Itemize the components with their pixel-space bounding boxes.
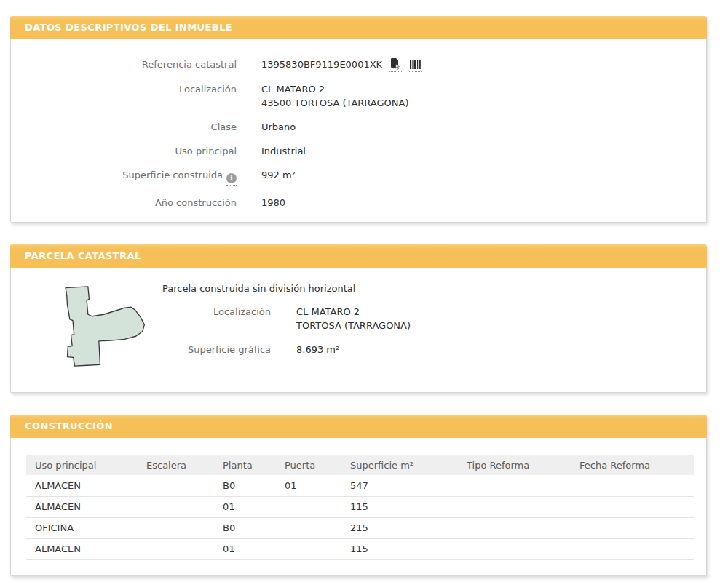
cell-tipo-reforma xyxy=(458,517,571,538)
section-title: CONSTRUCCIÓN xyxy=(25,420,113,431)
field-value: Urbano xyxy=(261,120,296,134)
catastro-property-page: DATOS DESCRIPTIVOS DEL INMUEBLE Referenc… xyxy=(0,0,728,576)
construccion-body: Uso principal Escalera Planta Puerta Sup… xyxy=(10,438,707,576)
field-value: 8.693 m² xyxy=(296,343,339,356)
cell-superficie: 115 xyxy=(341,496,458,517)
table-row: OFICINA B0 215 xyxy=(26,517,694,538)
field-label: Uso principal xyxy=(11,144,237,158)
cell-planta: B0 xyxy=(214,475,276,496)
cell-escalera xyxy=(138,538,214,559)
cell-planta: B0 xyxy=(214,517,276,538)
section-header-construccion: CONSTRUCCIÓN xyxy=(10,415,707,438)
field-value: 1980 xyxy=(261,196,285,210)
section-header-datos: DATOS DESCRIPTIVOS DEL INMUEBLE xyxy=(10,16,707,39)
field-label: Referencia catastral xyxy=(11,57,237,72)
cell-uso: ALMACEN xyxy=(26,496,138,517)
cell-fecha-reforma xyxy=(571,496,694,517)
referencia-value: 1395830BF9119E0001XK xyxy=(261,59,382,70)
field-value: Industrial xyxy=(261,144,306,158)
field-localizacion: Localización CL MATARO 2 43500 TORTOSA (… xyxy=(11,82,706,110)
localizacion-line1: CL MATARO 2 xyxy=(261,82,409,96)
cell-uso: ALMACEN xyxy=(26,475,138,496)
cell-planta: 01 xyxy=(214,538,276,559)
cell-uso: ALMACEN xyxy=(26,538,138,559)
field-value: CL MATARO 2 43500 TORTOSA (TARRAGONA) xyxy=(261,82,409,110)
construction-table: Uso principal Escalera Planta Puerta Sup… xyxy=(26,455,694,560)
col-escalera: Escalera xyxy=(138,455,214,475)
cell-puerta: 01 xyxy=(276,475,341,496)
field-label: Clase xyxy=(11,120,237,134)
col-uso-principal: Uso principal xyxy=(26,455,138,475)
cell-puerta xyxy=(276,496,341,517)
panel-construccion: CONSTRUCCIÓN Uso principal Escalera Plan… xyxy=(10,415,707,576)
field-superficie-grafica: Superficie gráfica 8.693 m² xyxy=(162,343,411,356)
table-row: ALMACEN B0 01 547 xyxy=(26,475,694,496)
cell-uso: OFICINA xyxy=(26,517,138,538)
cell-superficie: 115 xyxy=(341,538,458,559)
col-superficie: Superficie m² xyxy=(341,455,458,475)
cell-puerta xyxy=(276,538,341,559)
barcode-icon[interactable] xyxy=(409,60,422,72)
panel-datos-descriptivos: DATOS DESCRIPTIVOS DEL INMUEBLE Referenc… xyxy=(10,16,707,223)
col-tipo-reforma: Tipo Reforma xyxy=(458,455,571,475)
copy-reference-icon[interactable] xyxy=(389,58,402,72)
cell-superficie: 547 xyxy=(341,475,458,496)
cell-escalera xyxy=(138,475,214,496)
localizacion-line2: TORTOSA (TARRAGONA) xyxy=(296,319,411,332)
cell-tipo-reforma xyxy=(458,538,571,559)
field-parcela-localizacion: Localización CL MATARO 2 TORTOSA (TARRAG… xyxy=(162,305,411,332)
field-label: Superficie gráfica xyxy=(162,343,271,356)
cell-escalera xyxy=(138,496,214,517)
field-referencia-catastral: Referencia catastral 1395830BF9119E0001X… xyxy=(11,57,706,72)
section-title: PARCELA CATASTRAL xyxy=(25,250,141,261)
parcela-details: Parcela construida sin división horizont… xyxy=(162,268,411,392)
field-value: 992 m² xyxy=(261,168,296,186)
localizacion-line1: CL MATARO 2 xyxy=(296,305,411,319)
cell-fecha-reforma xyxy=(571,538,694,559)
cell-fecha-reforma xyxy=(571,475,694,496)
field-value: CL MATARO 2 TORTOSA (TARRAGONA) xyxy=(296,305,411,332)
section-header-parcela: PARCELA CATASTRAL xyxy=(10,244,707,268)
field-label: Localización xyxy=(11,82,237,110)
col-planta: Planta xyxy=(214,455,276,475)
cell-superficie: 215 xyxy=(341,517,458,538)
col-puerta: Puerta xyxy=(276,455,341,475)
field-anio-construccion: Año construcción 1980 xyxy=(11,196,706,210)
field-uso-principal: Uso principal Industrial xyxy=(11,144,706,158)
panel-parcela-catastral: PARCELA CATASTRAL Parcela construida sin… xyxy=(10,244,707,393)
field-label: Superficie construidai xyxy=(11,168,237,186)
cell-escalera xyxy=(138,517,214,538)
table-header-row: Uso principal Escalera Planta Puerta Sup… xyxy=(26,455,694,475)
section-title: DATOS DESCRIPTIVOS DEL INMUEBLE xyxy=(25,22,232,33)
field-superficie-construida: Superficie construidai 992 m² xyxy=(11,168,706,186)
cell-tipo-reforma xyxy=(458,475,571,496)
datos-body: Referencia catastral 1395830BF9119E0001X… xyxy=(10,39,707,223)
field-clase: Clase Urbano xyxy=(11,120,706,134)
col-fecha-reforma: Fecha Reforma xyxy=(571,455,694,475)
table-row: ALMACEN 01 115 xyxy=(26,496,694,517)
cell-fecha-reforma xyxy=(571,517,694,538)
parcela-subtitle: Parcela construida sin división horizont… xyxy=(162,282,411,295)
table-row: ALMACEN 01 115 xyxy=(26,538,694,559)
info-icon[interactable]: i xyxy=(226,173,237,186)
cell-tipo-reforma xyxy=(458,496,571,517)
field-label: Localización xyxy=(162,305,271,332)
localizacion-line2: 43500 TORTOSA (TARRAGONA) xyxy=(261,96,409,110)
parcel-map-area xyxy=(11,268,162,392)
field-label: Año construcción xyxy=(11,196,237,210)
field-value-wrap: 1395830BF9119E0001XK xyxy=(261,57,422,72)
cell-planta: 01 xyxy=(214,496,276,517)
cell-puerta xyxy=(276,517,341,538)
parcel-shape-drawing xyxy=(40,279,149,377)
parcela-body: Parcela construida sin división horizont… xyxy=(10,268,707,393)
